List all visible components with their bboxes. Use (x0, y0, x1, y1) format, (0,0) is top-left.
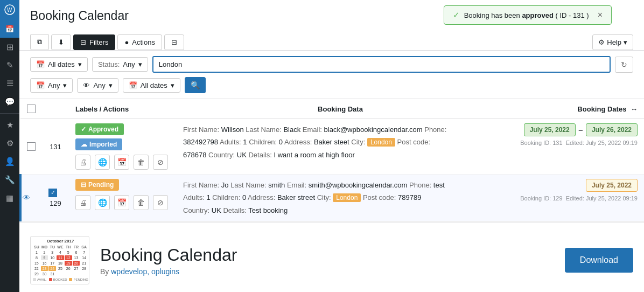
sidebar-item-dashboard[interactable]: ⊞ (0, 38, 19, 56)
row2-postcode-value: 789789 (398, 193, 421, 201)
mini-cal-day-tu: TU (48, 245, 56, 249)
pending-icon: ⊟ (81, 181, 86, 189)
sidebar-item-list[interactable]: ☰ (0, 74, 19, 93)
mini-cal-d31: 31 (48, 272, 56, 276)
copy-button[interactable]: ⧉ (30, 34, 49, 50)
select-all-checkbox[interactable] (27, 105, 36, 113)
table-body: 131 ✓ Approved ☁ Imported (20, 119, 644, 221)
mini-cal-d10: 10 (48, 255, 56, 260)
row1-data-cell: First Name: Willson Last Name: Black Ema… (177, 119, 504, 175)
help-button[interactable]: ⚙ Help ▾ (592, 34, 633, 50)
sidebar-item-star[interactable]: ★ (0, 116, 19, 134)
row1-web-button[interactable]: 🌐 (95, 155, 110, 170)
row2-delete-button[interactable]: 🗑 (134, 195, 149, 210)
block2-icon: ⊘ (157, 198, 164, 207)
trash2-icon: 🗑 (137, 198, 145, 207)
row1-calendar-button[interactable]: 📅 (114, 155, 129, 170)
row2-print-button[interactable]: 🖨 (75, 195, 90, 210)
help-label: Help (607, 38, 621, 46)
sliders-button[interactable]: ⊟ (164, 34, 184, 50)
download-icon: ⬇ (58, 38, 64, 46)
row2-calendar-button[interactable]: 📅 (114, 195, 129, 210)
row2-checkbox[interactable]: ✓ (48, 189, 57, 197)
th-data: Booking Data (177, 99, 504, 119)
row1-print-button[interactable]: 🖨 (75, 155, 90, 170)
row1-phone-label: Phone: (424, 126, 446, 134)
author-link[interactable]: wpdevelop, oplugins (111, 267, 179, 276)
row2-lastname-label: Last Name: (230, 181, 266, 189)
row2-pending-badge: ⊟ Pending (75, 179, 119, 191)
all-dates-select-2[interactable]: 📅 All dates ▾ (123, 78, 180, 93)
download2-button[interactable]: ⬇ (51, 34, 71, 50)
actions-circle-icon: ● (124, 38, 129, 46)
mini-cal-d19: 19 (65, 261, 72, 266)
row2-booking-id-line: Booking ID: 129 Edited: July 25, 2022 09… (510, 195, 638, 201)
svg-text:W: W (7, 7, 12, 13)
mini-cal-d16: 16 (41, 261, 48, 266)
person-icon: 👤 (5, 157, 15, 166)
search-button[interactable]: 🔍 (185, 77, 206, 93)
row1-lastname-value: Black (283, 126, 302, 134)
actions-button[interactable]: ● Actions (117, 34, 162, 50)
sidebar-item-comments[interactable]: 💬 (0, 93, 19, 111)
mini-cal-d11: 11 (57, 255, 64, 260)
mini-cal-d1: 1 (33, 250, 40, 255)
any-select-1[interactable]: 📅 Any ▾ (30, 78, 73, 93)
sidebar-item-grid[interactable]: ▦ (0, 189, 19, 207)
row2-web-button[interactable]: 🌐 (95, 195, 110, 210)
row1-city-label: City: (351, 138, 365, 146)
table-row: 131 ✓ Approved ☁ Imported (20, 119, 644, 175)
row2-data-cell: First Name: Jo Last Name: smith Email: s… (177, 175, 504, 221)
all-dates-select[interactable]: 📅 All dates ▾ (30, 57, 88, 72)
comment-icon: 💬 (5, 97, 15, 107)
mini-cal-legend: AVAIL. BOOKED PENDING (33, 278, 88, 281)
table-header: Labels / Actions Booking Data Booking Da… (20, 99, 644, 119)
row1-block-button[interactable]: ⊘ (153, 155, 168, 170)
author-name: wpdevelop, oplugins (111, 267, 179, 276)
sidebar-item-edit[interactable]: ✎ (0, 56, 19, 74)
row2-checkbox-id-cell: ✓ 129 (42, 175, 69, 221)
sidebar-item-gear[interactable]: ⚙ (0, 134, 19, 152)
bookings-table-container: Labels / Actions Booking Data Booking Da… (19, 99, 644, 221)
row2-date-start: July 25, 2022 (586, 179, 638, 192)
sidebar-item-wrench[interactable]: 🔧 (0, 171, 19, 189)
download-button[interactable]: Download (565, 248, 633, 273)
row1-imported-badge: ☁ Imported (75, 138, 122, 150)
mini-cal-d28: 28 (80, 266, 88, 271)
any-chevron-1: ▾ (63, 81, 67, 89)
mini-cal-d18: 18 (57, 261, 64, 266)
row2-address-label: Address: (248, 193, 275, 201)
row1-delete-button[interactable]: 🗑 (134, 155, 149, 170)
eye-select[interactable]: 👁 Any ▾ (77, 78, 118, 93)
help-chevron-icon: ▾ (624, 38, 627, 46)
filter-row-1: 📅 All dates ▾ Status: Any ▾ ↻ (30, 56, 633, 73)
filters-button[interactable]: ⊟ Filters (73, 34, 115, 50)
grid-icon: ▦ (6, 193, 13, 203)
row1-date-range: July 25, 2022 – July 26, 2022 (510, 123, 638, 136)
row2-block-button[interactable]: ⊘ (153, 195, 168, 210)
sidebar-logo[interactable]: W (0, 0, 19, 19)
row1-checkbox[interactable] (27, 142, 36, 151)
table-header-row: Labels / Actions Booking Data Booking Da… (20, 99, 644, 119)
notification-close-button[interactable]: × (598, 10, 603, 20)
sidebar-item-booking[interactable]: 📅 (0, 19, 19, 38)
row1-postcode-label: Post code: (397, 138, 430, 146)
row2-details-label: Details: (223, 206, 246, 214)
mini-cal-title: October 2017 (33, 239, 88, 244)
notification-bar: ✓ Booking has been approved ( ID - 131 )… (444, 5, 612, 25)
row2-country-label: Country: (183, 206, 209, 214)
refresh-button[interactable]: ↻ (615, 57, 633, 73)
sidebar-item-person[interactable]: 👤 (0, 152, 19, 171)
globe2-icon: 🌐 (98, 198, 107, 207)
block-icon: ⊘ (157, 158, 164, 166)
mini-cal-d15: 15 (33, 261, 40, 266)
row1-date-start: July 25, 2022 (524, 123, 576, 136)
star-icon: ★ (6, 120, 13, 130)
row2-address-value: Baker street (277, 193, 317, 201)
pending-label: PENDING (73, 278, 88, 281)
row1-checkbox-cell (20, 119, 42, 175)
row2-adults-value: 1 (206, 193, 212, 201)
status-select[interactable]: Status: Any ▾ (92, 57, 148, 72)
search-input[interactable] (152, 56, 611, 73)
page-header: Booking Calendar ✓ Booking has been appr… (19, 0, 644, 51)
